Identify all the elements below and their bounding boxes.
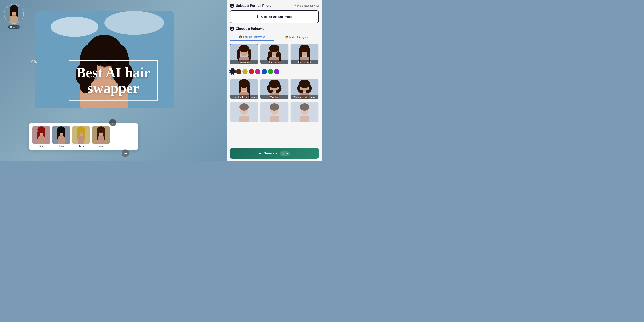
hairstyle-section-header: 2 Choose a Hairstyle (230, 27, 319, 31)
upload-icon: ⬆ (256, 14, 259, 19)
svg-rect-34 (58, 136, 64, 144)
svg-rect-46 (98, 136, 104, 144)
original-avatar-svg (4, 4, 24, 24)
thumb-blonde-label: Blonde (78, 145, 84, 147)
hairstyle-extra-1[interactable] (230, 102, 258, 122)
hairstyle-wavy-bob-label: Wavy bob (260, 95, 288, 99)
svg-point-2 (104, 11, 164, 35)
color-green[interactable] (268, 69, 273, 74)
thumb-red-label: Red (39, 145, 43, 147)
svg-rect-84 (239, 116, 249, 122)
thumb-blonde-img (72, 126, 90, 144)
upload-section-header: 1 Upload a Portrait Photo ❓ Photo Requir… (230, 4, 319, 8)
hairstyle-extra-1-thumb (230, 102, 258, 122)
hairstyle-wavy-bob[interactable]: Wavy bob (260, 79, 288, 100)
thumb-black-svg (52, 126, 70, 144)
thumb-black-img (52, 126, 70, 144)
hero-title: Best AI hair swapper (76, 65, 150, 96)
photo-requirements-link[interactable]: ❓ Photo Requirements (294, 4, 319, 7)
hairstyle-grid-top: Long wavy Long curly (230, 44, 319, 64)
decorative-marks: 〃 (23, 25, 30, 34)
svg-rect-40 (78, 136, 84, 144)
upload-section-title: Upload a Portrait Photo (236, 4, 271, 8)
extra-1-svg (230, 102, 258, 122)
svg-point-74 (269, 80, 280, 88)
svg-point-1 (51, 17, 98, 37)
hairstyle-long-straight[interactable]: Long straight (290, 44, 319, 64)
hairstyle-extra-2-thumb (260, 102, 288, 122)
hairstyle-wavy-bob-bangs[interactable]: Wavy bob (with bangs) (290, 79, 319, 100)
thumb-brown-label: Brown (98, 145, 104, 147)
color-golden[interactable] (242, 69, 248, 74)
text-overlay: Best AI hair swapper (69, 60, 158, 100)
tab-male-hairstyles[interactable]: 👨 Male Hairstyles (274, 34, 319, 41)
thumb-red-svg (32, 126, 50, 144)
expand-button[interactable]: ⤢ (109, 119, 116, 126)
arrow-decoration: ↷ (31, 58, 38, 67)
question-icon: ❓ (294, 4, 296, 7)
wand-icon: ✦ (258, 152, 261, 156)
hero-area: 〃 (0, 0, 226, 161)
original-avatar (4, 4, 24, 24)
svg-rect-28 (38, 136, 45, 144)
text-overlay-border: Best AI hair swapper (69, 60, 158, 100)
hairstyle-long-straight-label: Long straight (290, 60, 318, 64)
hairstyle-extra-3-thumb (290, 102, 318, 122)
svg-point-87 (270, 103, 279, 110)
color-palette (230, 67, 319, 76)
thumbnails-strip: Red Black (29, 123, 138, 150)
generate-credits: 🍃 -2 (280, 152, 290, 156)
thumb-black-label: Black (59, 145, 64, 147)
extra-2-svg (260, 102, 288, 122)
upload-button[interactable]: ⬆ Click to Upload Image (230, 10, 319, 23)
svg-rect-88 (270, 116, 279, 122)
hairstyle-section-title: Choose a Hairstyle (236, 27, 264, 30)
hairstyle-long-wavy[interactable]: Long wavy (230, 44, 258, 64)
color-purple[interactable] (274, 69, 280, 74)
svg-point-49 (239, 44, 249, 52)
tab-female-hairstyles[interactable]: 👩 Female Hairstyles (230, 34, 274, 41)
thumb-brown[interactable]: Brown (92, 126, 110, 147)
hairstyle-grid-extra (230, 102, 319, 122)
hairstyle-long-curly[interactable]: Long curly (260, 44, 288, 64)
thumb-red[interactable]: Red (32, 126, 50, 147)
thumb-brown-img (92, 126, 110, 144)
hairstyle-step-number: 2 (230, 27, 234, 31)
svg-rect-79 (299, 85, 310, 88)
extra-3-svg (290, 102, 318, 122)
hairstyle-tabs: 👩 Female Hairstyles 👨 Male Hairstyles (230, 34, 319, 41)
leaf-icon: 🍃 (282, 152, 285, 155)
svg-rect-22 (10, 16, 18, 24)
hairstyle-long-curly-label: Long curly (260, 60, 288, 64)
generate-button[interactable]: ✦ Generate 🍃 -2 (230, 148, 319, 158)
more-options-button[interactable]: ⋯ (122, 150, 129, 157)
thumb-black[interactable]: Black (52, 126, 70, 147)
right-panel: 1 Upload a Portrait Photo ❓ Photo Requir… (226, 0, 322, 161)
hairstyle-wavy-bob-bangs-label: Wavy bob (with bangs) (290, 95, 318, 99)
color-pink[interactable] (255, 69, 260, 74)
thumb-red-img (32, 126, 50, 144)
color-red[interactable] (249, 69, 254, 74)
upload-step-number: 1 (230, 4, 234, 8)
female-icon: 👩 (239, 36, 242, 38)
original-label: Original (8, 26, 20, 28)
hairstyle-long-straight-bangs[interactable]: Long straight (with bangs) (230, 79, 258, 100)
male-icon: 👨 (285, 36, 288, 38)
hairstyle-grid-bottom: Long straight (with bangs) Wavy bob (230, 79, 319, 100)
thumb-brown-svg (92, 126, 110, 144)
color-dark-brown[interactable] (236, 69, 241, 74)
hairstyle-extra-2[interactable] (260, 102, 288, 122)
hairstyle-extra-3[interactable] (290, 102, 319, 122)
thumb-blonde-svg (72, 126, 90, 144)
hairstyle-long-straight-bangs-label: Long straight (with bangs) (230, 95, 258, 99)
hairstyle-long-wavy-label: Long wavy (230, 60, 258, 64)
color-black[interactable] (230, 69, 235, 74)
svg-rect-92 (300, 116, 309, 122)
svg-point-53 (269, 44, 280, 52)
svg-point-83 (239, 103, 249, 110)
color-blue[interactable] (262, 69, 267, 74)
svg-point-91 (300, 103, 309, 110)
thumb-blonde[interactable]: Blonde (72, 126, 90, 147)
original-portrait-circle: Original (4, 4, 24, 28)
